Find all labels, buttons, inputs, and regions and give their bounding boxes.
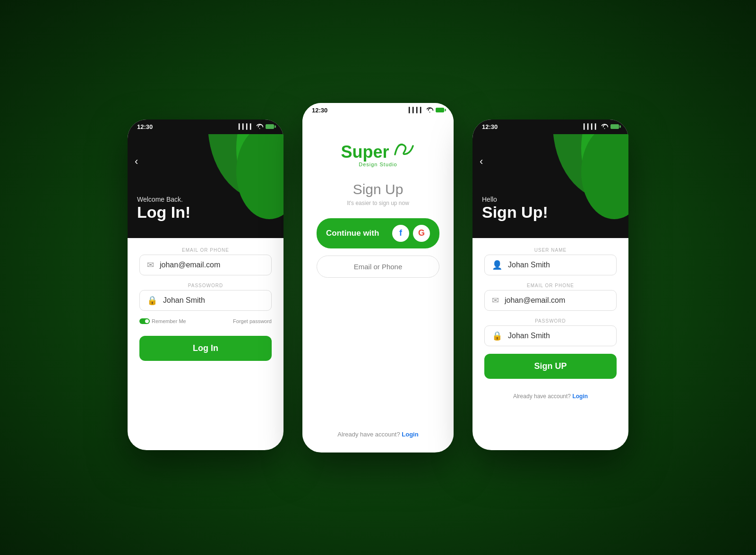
wave-right [534, 134, 628, 238]
username-label: USER NAME [484, 248, 617, 253]
signal-icon-left: ▎▎▎▎ [239, 124, 254, 130]
username-field-group: USER NAME 👤 Johan Smith [484, 248, 617, 275]
login-link-center[interactable]: Login [402, 431, 418, 438]
email-icon-right: ✉ [492, 295, 499, 306]
login-header-text: Welcome Back. Log In! [137, 196, 190, 222]
svg-point-5 [581, 134, 628, 219]
already-account-center: Already have account? Login [337, 431, 418, 438]
center-heading: Sign Up [353, 181, 404, 197]
logo-main-row: Super [341, 141, 415, 161]
back-button-right[interactable]: ‹ [480, 155, 483, 168]
signup-body-right: USER NAME 👤 Johan Smith EMAIL OR PHONE ✉… [472, 238, 628, 411]
facebook-icon[interactable]: f [392, 225, 409, 242]
email-icon-left: ✉ [147, 260, 154, 270]
remember-me-label: Remember Me [152, 318, 186, 324]
login-button[interactable]: Log In [139, 336, 272, 361]
signup-subtitle-right: Hello [482, 196, 548, 203]
email-value-right: johan@email.com [505, 296, 565, 305]
email-field-group: EMAIL OR PHONE ✉ johan@email.com [139, 248, 272, 275]
forget-password-link[interactable]: Forget password [233, 318, 272, 324]
password-label-right: PASSWORD [484, 318, 617, 324]
login-body: EMAIL OR PHONE ✉ johan@email.com PASSOWO… [128, 238, 284, 380]
google-icon[interactable]: G [413, 225, 430, 242]
status-bar-right: 12:30 ▎▎▎▎ [472, 120, 628, 134]
signup-phone-right: 12:30 ▎▎▎▎ ‹ Hello Sign Up! US [472, 120, 628, 450]
password-label-left: PASSOWORD [139, 283, 272, 288]
logo-container: Super Design Studio [341, 141, 415, 167]
time-left: 12:30 [137, 123, 153, 130]
logo-curl-svg [394, 141, 415, 158]
remember-me-section[interactable]: Remember Me [139, 318, 186, 324]
svg-point-2 [236, 134, 284, 219]
already-account-right: Already have account? Login [484, 393, 617, 400]
password-input-right[interactable]: 🔒 Johan Smith [484, 325, 617, 346]
signup-title-right: Sign Up! [482, 203, 548, 222]
remember-toggle[interactable] [139, 318, 150, 324]
login-title: Log In! [137, 203, 190, 222]
email-input-right[interactable]: ✉ johan@email.com [484, 290, 617, 311]
login-header: ‹ Welcome Back. Log In! [128, 134, 284, 238]
time-right: 12:30 [482, 123, 498, 130]
wifi-icon-center [426, 107, 433, 113]
email-input-left[interactable]: ✉ johan@email.com [139, 255, 272, 275]
center-body: Super Design Studio Sign Up It's easier … [302, 118, 454, 452]
status-icons-right: ▎▎▎▎ [584, 124, 619, 130]
lock-icon-left: 🔒 [147, 295, 157, 306]
login-subtitle: Welcome Back. [137, 196, 190, 203]
email-phone-input-center[interactable] [317, 256, 439, 278]
status-icons-left: ▎▎▎▎ [239, 124, 274, 130]
logo-subtitle: Design Studio [359, 162, 397, 167]
password-input-left[interactable]: 🔒 Johan Smith [139, 290, 272, 311]
user-icon-right: 👤 [492, 260, 502, 270]
social-icons: f G [392, 225, 430, 242]
time-center: 12:30 [312, 107, 327, 114]
signup-header-text-right: Hello Sign Up! [482, 196, 548, 222]
password-field-group: PASSOWORD 🔒 Johan Smith [139, 283, 272, 311]
already-text-right: Already have account? [513, 393, 571, 400]
signal-icon-right: ▎▎▎▎ [584, 124, 599, 130]
signal-icon-center: ▎▎▎▎ [409, 107, 424, 113]
lock-icon-right: 🔒 [492, 331, 502, 341]
logo-x [389, 142, 415, 162]
login-link-right[interactable]: Login [572, 393, 588, 400]
battery-icon-center [436, 108, 444, 112]
password-value-right: Johan Smith [508, 332, 550, 340]
signup-button[interactable]: Sign UP [484, 354, 617, 379]
logo-super: Super [341, 142, 389, 162]
wifi-icon-right [601, 124, 608, 130]
continue-button[interactable]: Continue with f G [317, 218, 439, 248]
email-label-left: EMAIL OR PHONE [139, 248, 272, 253]
login-phone: 12:30 ▎▎▎▎ ‹ Welcome Back. Log In! [128, 120, 284, 450]
back-button-left[interactable]: ‹ [135, 155, 138, 168]
username-input[interactable]: 👤 Johan Smith [484, 255, 617, 275]
battery-icon-left [266, 124, 274, 129]
wave-left [189, 134, 284, 238]
continue-label: Continue with [326, 229, 379, 238]
email-field-group-right: EMAIL OR PHONE ✉ johan@email.com [484, 283, 617, 311]
remember-row: Remember Me Forget password [139, 318, 272, 324]
email-label-right: EMAIL OR PHONE [484, 283, 617, 288]
email-value-left: johan@email.com [160, 261, 220, 269]
status-icons-center: ▎▎▎▎ [409, 107, 444, 113]
username-value: Johan Smith [508, 261, 550, 269]
status-bar-left: 12:30 ▎▎▎▎ [128, 120, 284, 134]
battery-icon-right [610, 124, 619, 129]
status-bar-center: 12:30 ▎▎▎▎ [302, 103, 454, 118]
password-value-left: Johan Smith [163, 296, 205, 305]
center-subheading: It's easier to sign up now [347, 200, 409, 206]
wifi-icon-left [256, 124, 263, 130]
signup-phone-center: 12:30 ▎▎▎▎ Super [302, 103, 454, 453]
already-text-center: Already have account? [337, 431, 400, 438]
signup-header-right: ‹ Hello Sign Up! [472, 134, 628, 238]
password-field-group-right: PASSWORD 🔒 Johan Smith [484, 318, 617, 346]
logo-text: Super [341, 141, 415, 161]
